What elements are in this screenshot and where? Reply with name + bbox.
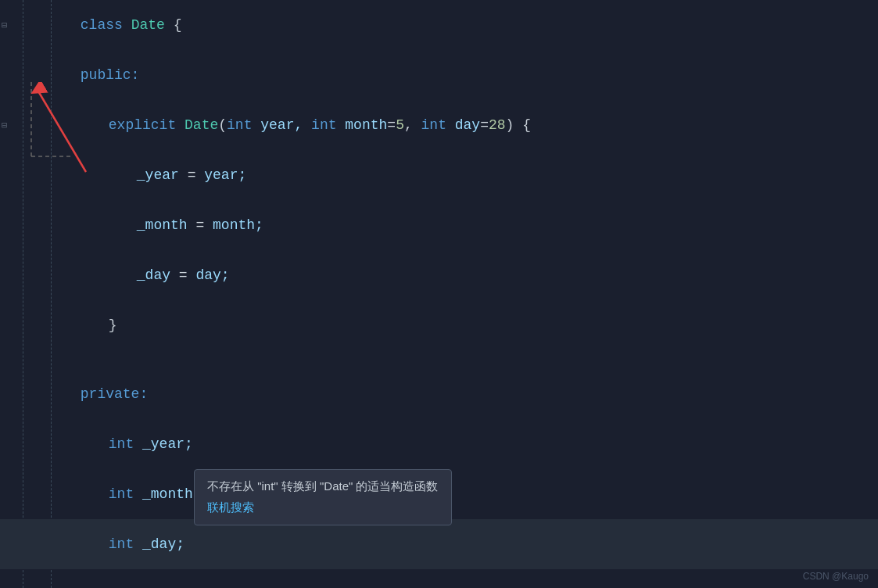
- collapse-icon-2: ⊟: [2, 120, 7, 131]
- member-year: _year: [137, 167, 179, 183]
- code-public: public:: [23, 52, 878, 99]
- line-close-constructor: }: [0, 300, 878, 350]
- code-day-assign: _day = day;: [23, 252, 878, 299]
- keyword-int-2: int: [311, 117, 336, 133]
- keyword-int-3: int: [421, 117, 446, 133]
- code-private: private:: [23, 371, 878, 418]
- line-year-decl: int _year;: [0, 419, 878, 469]
- line-private: private:: [0, 369, 878, 419]
- line-public: public:: [0, 50, 878, 100]
- keyword-class: class: [81, 17, 131, 33]
- error-tooltip: 不存在从 "int" 转换到 "Date" 的适当构造函数 联机搜索: [194, 469, 452, 525]
- line-constructor: ⊟ explicit Date(int year, int month=5, i…: [0, 100, 878, 150]
- code-constructor: explicit Date(int year, int month=5, int…: [23, 102, 878, 149]
- line-day-decl: int _day;: [0, 519, 878, 569]
- punct-brace: {: [174, 17, 182, 33]
- arrow-annotation: [23, 82, 102, 180]
- keyword-int-year: int: [109, 436, 134, 452]
- line-empty-1: [0, 350, 878, 369]
- code-class-date: class Date {: [23, 2, 878, 48]
- keyword-public: public:: [81, 67, 140, 83]
- keyword-explicit: explicit: [109, 117, 185, 133]
- keyword-private: private:: [81, 386, 148, 402]
- code-day-decl: int _day;: [23, 521, 878, 568]
- code-empty-1: [23, 352, 878, 368]
- code-year-assign: _year = year;: [23, 152, 878, 199]
- code-year-decl: int _year;: [23, 421, 878, 468]
- code-month-assign: _month = month;: [23, 202, 878, 249]
- line-month-assign: _month = month;: [0, 200, 878, 250]
- error-message-text: 不存在从 "int" 转换到 "Date" 的适当构造函数: [207, 479, 439, 494]
- line-day-assign: _day = day;: [0, 250, 878, 300]
- line-close-class: };: [0, 569, 878, 588]
- member-day: _day: [137, 267, 170, 283]
- watermark-csdn: CSDN @Kaugo: [803, 571, 869, 582]
- line-class-date: ⊟ class Date {: [0, 0, 878, 50]
- type-date: Date: [131, 17, 174, 33]
- keyword-int-month: int: [109, 486, 134, 502]
- keyword-int-day: int: [109, 536, 134, 552]
- error-link-online-search[interactable]: 联机搜索: [207, 500, 439, 515]
- code-close-class: };: [23, 571, 878, 588]
- member-month: _month: [137, 217, 188, 233]
- collapse-icon-1: ⊟: [2, 20, 7, 31]
- line-year-assign: _year = year;: [0, 150, 878, 200]
- keyword-int-1: int: [227, 117, 252, 133]
- svg-line-2: [38, 90, 86, 172]
- type-date-2: Date: [185, 117, 218, 133]
- code-editor: ⊟ class Date { public: ⊟ explicit Date(i…: [0, 0, 878, 588]
- code-close-constructor: }: [23, 302, 878, 349]
